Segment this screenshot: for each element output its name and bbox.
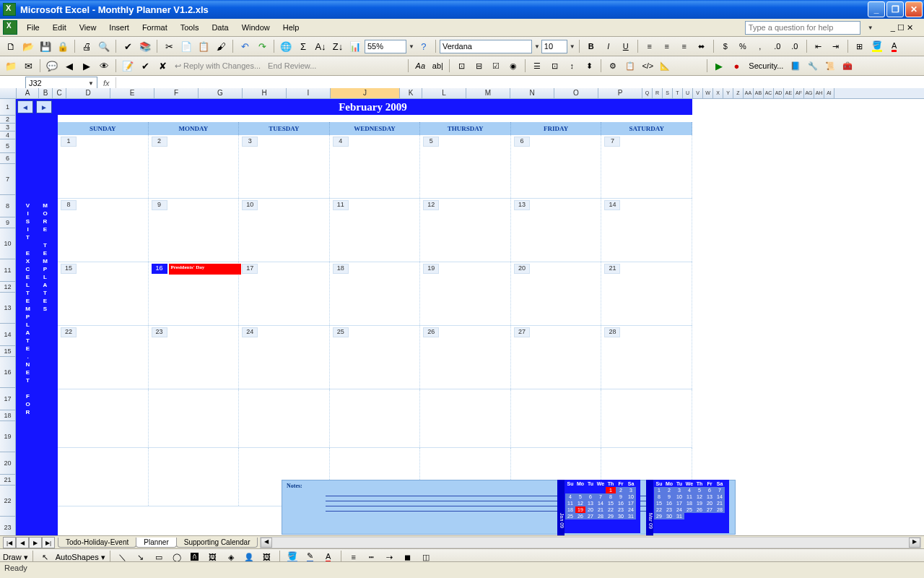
doc-icon[interactable] — [3, 20, 17, 35]
help-dropdown-icon[interactable]: ▼ — [861, 22, 880, 33]
menu-edit[interactable]: Edit — [46, 21, 73, 34]
day-cell[interactable]: 3 — [239, 135, 330, 198]
scrollbar-button[interactable]: ⬍ — [581, 58, 597, 74]
italic-button[interactable]: I — [601, 38, 616, 54]
bold-button[interactable]: B — [583, 38, 599, 54]
tab-nav[interactable]: |◀◀▶▶| — [3, 537, 55, 548]
merge-button[interactable]: ⬌ — [694, 38, 710, 54]
accept-button[interactable]: ✔ — [137, 58, 153, 74]
fx-label[interactable]: fx — [103, 79, 110, 87]
minimize-button[interactable]: _ — [868, 1, 885, 17]
research-button[interactable]: 📚 — [137, 38, 153, 54]
permission-button[interactable]: 🔒 — [55, 38, 71, 54]
autosum-button[interactable]: Σ — [295, 38, 311, 54]
day-cell[interactable] — [511, 389, 602, 447]
align-left-button[interactable]: ≡ — [642, 38, 658, 54]
radio-button[interactable]: ◉ — [505, 58, 521, 74]
print-button[interactable]: 🖨 — [79, 38, 95, 54]
spelling-button[interactable]: ✔ — [120, 38, 136, 54]
day-cell[interactable]: 25 — [330, 326, 421, 389]
align-center-button[interactable]: ≡ — [659, 38, 675, 54]
hyperlink-button[interactable]: 🌐 — [278, 38, 294, 54]
day-cell[interactable]: 1 — [58, 135, 149, 198]
day-cell[interactable]: 23 — [149, 326, 240, 389]
increase-indent-button[interactable]: ⇥ — [828, 38, 844, 54]
increase-decimal-button[interactable]: .0 — [770, 38, 785, 54]
reply-changes-button[interactable]: ↩ Reply with Changes... — [175, 61, 261, 71]
design-mode-button[interactable]: 📐 — [657, 58, 673, 74]
menu-help[interactable]: Help — [276, 21, 306, 34]
sheet-tab[interactable]: Supporting Calendar — [176, 538, 258, 548]
more-controls-button[interactable]: ⚙ — [605, 58, 621, 74]
vb-editor-button[interactable]: 📘 — [788, 58, 803, 74]
column-headers[interactable]: ABCDEFGHIJKLMNOPQRSTUVWXYZAAABACADAEAFAG… — [0, 88, 924, 99]
menu-window[interactable]: Window — [235, 21, 276, 34]
close-button[interactable]: ✕ — [905, 1, 923, 17]
checkbox-button[interactable]: ☑ — [488, 58, 504, 74]
folder-button[interactable]: 📁 — [3, 58, 19, 74]
currency-button[interactable]: $ — [718, 38, 733, 54]
run-macro-button[interactable]: ▶ — [711, 58, 727, 74]
record-macro-button[interactable]: ● — [728, 58, 744, 74]
menu-insert[interactable]: Insert — [103, 21, 136, 34]
security-button[interactable]: Security... — [749, 61, 783, 70]
open-button[interactable]: 📂 — [20, 38, 36, 54]
percent-button[interactable]: % — [735, 38, 751, 54]
menu-tools[interactable]: Tools — [174, 21, 206, 34]
list-button[interactable]: ☰ — [529, 58, 545, 74]
row-headers[interactable]: 1234567891011121314151617181920212223242… — [0, 99, 16, 536]
day-cell[interactable]: 9 — [149, 199, 240, 262]
sheet-tab[interactable]: Planner — [136, 538, 176, 548]
day-cell[interactable]: 20 — [511, 262, 602, 325]
day-cell[interactable]: 24 — [239, 326, 330, 389]
day-cell[interactable]: 10 — [239, 199, 330, 262]
font-color-button[interactable]: A — [886, 38, 902, 54]
day-cell[interactable] — [420, 389, 511, 447]
prev-comment-button[interactable]: ◀ — [61, 58, 77, 74]
decrease-indent-button[interactable]: ⇤ — [811, 38, 827, 54]
day-cell[interactable]: 27 — [511, 326, 602, 389]
maximize-button[interactable]: ❐ — [886, 1, 904, 17]
comma-button[interactable]: , — [752, 38, 768, 54]
font-icon[interactable]: Aa — [412, 58, 428, 74]
format-painter-button[interactable]: 🖌 — [213, 38, 229, 54]
borders-button[interactable]: ⊞ — [852, 38, 868, 54]
day-cell[interactable]: 13 — [511, 199, 602, 262]
spinner-button[interactable]: ↕ — [564, 58, 580, 74]
properties-button[interactable]: 📋 — [622, 58, 638, 74]
day-cell[interactable] — [149, 389, 240, 447]
day-cell[interactable]: 11 — [330, 199, 421, 262]
day-cell[interactable] — [239, 389, 330, 447]
day-cell[interactable]: 7 — [601, 135, 692, 198]
tools-button[interactable]: 🔧 — [805, 58, 821, 74]
day-cell[interactable]: 19 — [420, 262, 511, 325]
day-cell[interactable]: 14 — [601, 199, 692, 262]
next-month-button[interactable]: ► — [36, 100, 52, 113]
next-comment-button[interactable]: ▶ — [79, 58, 95, 74]
day-cell[interactable] — [149, 448, 240, 506]
day-cell[interactable]: 2 — [149, 135, 240, 198]
day-cell[interactable] — [58, 448, 149, 506]
menu-file[interactable]: File — [20, 21, 46, 34]
draw-menu[interactable]: Draw ▾ — [3, 553, 28, 562]
autoshapes-menu[interactable]: AutoShapes ▾ — [56, 553, 105, 562]
decrease-decimal-button[interactable]: .0 — [787, 38, 803, 54]
menu-view[interactable]: View — [73, 21, 103, 34]
day-cell[interactable]: 15 — [58, 262, 149, 325]
combo-button[interactable]: ⊡ — [546, 58, 562, 74]
day-cell[interactable]: 4 — [330, 135, 421, 198]
day-cell[interactable] — [58, 389, 149, 447]
script-editor-button[interactable]: 📜 — [822, 58, 838, 74]
fill-color-button[interactable]: 🪣 — [869, 38, 885, 54]
control-toolbox-button[interactable]: 🧰 — [840, 58, 855, 74]
envelope-button[interactable]: ✉ — [20, 58, 36, 74]
cut-button[interactable]: ✂ — [161, 38, 177, 54]
menu-format[interactable]: Format — [136, 21, 174, 34]
comment-button[interactable]: 💬 — [44, 58, 60, 74]
font-select[interactable] — [440, 40, 532, 53]
help-button[interactable]: ? — [416, 38, 432, 54]
sheet-tab[interactable]: Todo-Holiday-Event — [58, 538, 136, 548]
group-button[interactable]: ⊡ — [453, 58, 469, 74]
menu-data[interactable]: Data — [205, 21, 235, 34]
undo-button[interactable]: ↶ — [237, 38, 253, 54]
